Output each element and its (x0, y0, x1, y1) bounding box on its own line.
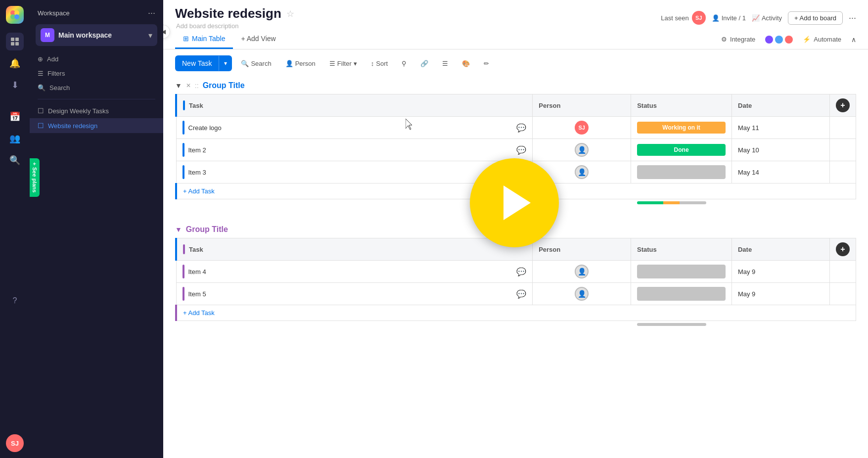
nav-calendar-icon[interactable]: 📅 (6, 108, 24, 126)
comment-icon[interactable]: 💬 (516, 289, 526, 299)
person-cell[interactable]: SJ (533, 117, 631, 139)
progress-bar-cell (631, 199, 732, 207)
last-seen-label: Last seen (661, 14, 688, 22)
group-1-header: ▼ ✕ :: Group Title (175, 77, 856, 94)
status-badge: Done (637, 144, 726, 156)
sidebar-search-button[interactable]: 🔍 Search (30, 81, 163, 95)
status-cell[interactable]: Done (631, 139, 732, 161)
filters-icon: ☰ (38, 70, 44, 77)
add-column-button[interactable]: + (836, 98, 850, 112)
chain-icon: 🔗 (420, 60, 428, 67)
paint-button[interactable]: 🎨 (457, 57, 475, 70)
star-icon[interactable]: ☆ (286, 8, 294, 19)
comment-icon[interactable]: 💬 (516, 145, 526, 155)
sidebar-add-button[interactable]: ⊕ Add (30, 52, 163, 66)
col-header-date: Date (732, 94, 830, 117)
task-name-cell[interactable]: Item 5 💬 (176, 283, 533, 305)
person-cell[interactable]: 👤 (533, 283, 631, 305)
see-plans-badge[interactable]: + See plans (30, 158, 40, 197)
status-empty (637, 165, 726, 179)
date-cell[interactable]: May 9 (731, 283, 829, 305)
workspace-name: Main workspace (58, 31, 112, 39)
group-2-title[interactable]: Group Title (186, 225, 228, 234)
date-cell[interactable]: May 10 (732, 139, 830, 161)
sort-button[interactable]: ↕ Sort (366, 57, 393, 70)
date-cell[interactable]: May 14 (732, 161, 830, 183)
person-cell[interactable]: 👤 (533, 261, 631, 283)
add-icon: ⊕ (38, 55, 43, 63)
tab-main-table[interactable]: ⊞ Main Table (175, 30, 233, 49)
sidebar-item-website-redesign[interactable]: ☐ Website redesign (30, 118, 163, 133)
status-empty (637, 265, 726, 278)
table-row: Item 5 💬 👤 (176, 283, 856, 305)
automate-button[interactable]: ⚡ Automate (798, 33, 846, 46)
nav-search-icon[interactable]: 🔍 (6, 151, 24, 169)
link-button[interactable]: ⚲ (397, 57, 411, 70)
row-add-cell (830, 161, 856, 183)
tabs-collapse-button[interactable]: ∧ (851, 36, 856, 44)
invite-button[interactable]: 👤 Invite / 1 (712, 14, 746, 22)
add-task-cell-2[interactable]: + Add Task (176, 305, 856, 321)
person-cell[interactable]: 👤 (533, 139, 631, 161)
sidebar-filters-button[interactable]: ☰ Filters (30, 66, 163, 81)
tabs-left: ⊞ Main Table + Add View (175, 30, 284, 49)
color-dot-purple (765, 36, 773, 44)
sidebar-more-button[interactable]: ··· (148, 8, 155, 18)
header-more-button[interactable]: ··· (849, 13, 856, 23)
chain-button[interactable]: 🔗 (415, 57, 433, 70)
group-1-drag-handle[interactable]: :: (195, 82, 199, 90)
new-task-dropdown-arrow[interactable]: ▾ (219, 56, 232, 71)
filter-dropdown-icon: ▾ (354, 60, 357, 67)
group-1-collapse-button[interactable]: ▼ (175, 82, 182, 90)
add-to-board-button[interactable]: + Add to board (788, 11, 843, 25)
row-add-cell (830, 139, 856, 161)
board-description[interactable]: Add board description (175, 22, 294, 30)
svg-point-3 (14, 14, 19, 19)
add-task-row-2[interactable]: + Add Task (176, 305, 856, 321)
activity-button[interactable]: 📈 Activity (752, 14, 782, 22)
task-name-cell[interactable]: Create logo 💬 (176, 117, 533, 139)
group-1-table-head: Task Person Status Date + (176, 94, 856, 117)
board-info: Website redesign ☆ Add board description (175, 6, 294, 30)
nav-home-icon[interactable] (6, 33, 24, 50)
rows-icon: ☰ (442, 60, 448, 67)
date-cell[interactable]: May 9 (731, 261, 829, 283)
status-cell[interactable] (631, 161, 732, 183)
col-header-add[interactable]: + (830, 238, 856, 261)
group-2-collapse-button[interactable]: ▼ (175, 226, 182, 233)
tab-add-view[interactable]: + Add View (233, 30, 283, 49)
status-cell[interactable] (631, 283, 732, 305)
sidebar-workspace-label: Workspace (38, 9, 70, 17)
workspace-selector[interactable]: M Main workspace ▾ (36, 24, 157, 46)
comment-icon[interactable]: 💬 (516, 123, 526, 133)
nav-help-icon[interactable]: ? (6, 292, 24, 310)
edit-button[interactable]: ✏ (479, 57, 494, 70)
sidebar-item-design-weekly[interactable]: ☐ Design Weekly Tasks (30, 103, 163, 118)
person-placeholder: 👤 (575, 143, 589, 157)
integrate-button[interactable]: ⚙ Integrate (716, 33, 760, 46)
filter-button[interactable]: ☰ Filter ▾ (324, 57, 362, 70)
rows-button[interactable]: ☰ (437, 57, 453, 70)
nav-users-icon[interactable]: 👥 (6, 130, 24, 147)
app-logo[interactable] (6, 6, 24, 24)
date-cell[interactable]: May 11 (732, 117, 830, 139)
search-button[interactable]: 🔍 Search (236, 57, 276, 70)
group-1-title[interactable]: Group Title (203, 81, 245, 90)
nav-bell-icon[interactable]: 🔔 (6, 54, 24, 72)
progress-gray (680, 201, 706, 204)
status-cell[interactable]: Working on it (631, 117, 732, 139)
person-button[interactable]: 👤 Person (280, 57, 320, 70)
comment-icon[interactable]: 💬 (516, 267, 526, 276)
video-play-button[interactable] (470, 158, 559, 247)
person-placeholder: 👤 (575, 287, 589, 301)
task-name-cell[interactable]: Item 4 💬 (176, 261, 533, 283)
col-header-add[interactable]: + (830, 94, 856, 117)
status-cell[interactable] (631, 261, 732, 283)
nav-download-icon[interactable]: ⬇ (6, 76, 24, 94)
add-column-button-2[interactable]: + (836, 242, 850, 256)
task-name-cell[interactable]: Item 2 💬 (176, 139, 533, 161)
new-task-button[interactable]: New Task ▾ (175, 55, 232, 71)
col-header-date: Date (731, 238, 829, 261)
nav-user-avatar[interactable]: SJ (6, 434, 24, 452)
group-1-close-button[interactable]: ✕ (186, 82, 191, 89)
